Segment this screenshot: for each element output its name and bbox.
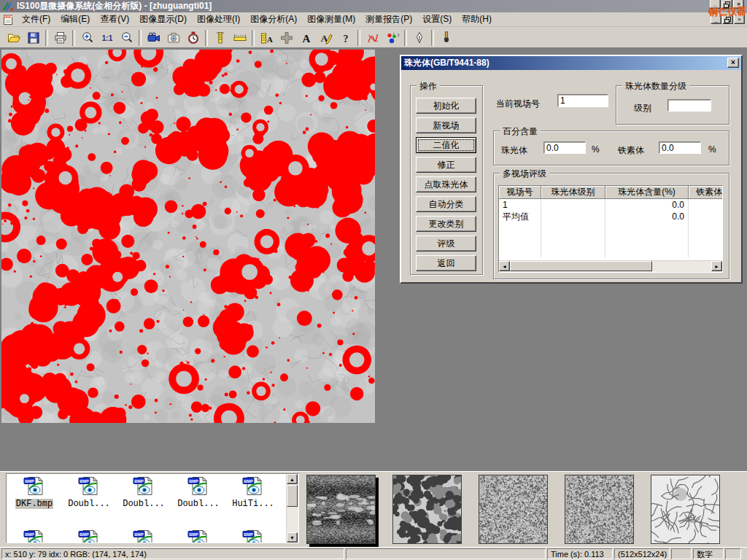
table-row[interactable]: [499, 234, 722, 246]
ferrite-percent-sign: %: [708, 144, 716, 155]
file-item-row2-2[interactable]: BMP: [120, 529, 168, 543]
table-row[interactable]: 平均值0.0: [499, 211, 722, 222]
pearlite-percent-sign: %: [592, 144, 600, 155]
op-button-4[interactable]: 点取珠光体: [416, 176, 476, 192]
toolbar-separator: [404, 30, 407, 46]
file-item-row2-4[interactable]: BMP: [229, 529, 277, 543]
file-item-HuiTi...[interactable]: BMPHuiTi...: [229, 476, 277, 509]
micrograph-image[interactable]: [1, 50, 375, 423]
move-icon: [279, 31, 294, 45]
op-button-3[interactable]: 修正: [416, 157, 476, 173]
close-button[interactable]: ×: [733, 0, 744, 9]
table-cell: [499, 222, 541, 234]
menu-item-0[interactable]: 文件(F): [17, 12, 55, 27]
thumbnail-3[interactable]: [565, 475, 634, 544]
file-label[interactable]: Doubl...: [67, 499, 111, 509]
status-mode: 数字: [693, 548, 724, 559]
op-button-0[interactable]: 初始化: [416, 98, 476, 114]
toolbar: 1:1AAA?13: [0, 28, 747, 48]
current-field-input[interactable]: [557, 94, 608, 107]
scroll-up-button[interactable]: ▲: [287, 474, 298, 484]
mdi-minimize-button[interactable]: _: [711, 15, 721, 24]
menu-item-6[interactable]: 图像测量(M): [302, 12, 360, 27]
file-item-Doubl...[interactable]: BMPDoubl...: [65, 476, 113, 509]
camera-capture-button[interactable]: [163, 28, 183, 47]
thumbnail-4[interactable]: [651, 475, 720, 544]
op-button-8[interactable]: 返回: [416, 255, 476, 271]
print-button[interactable]: [50, 28, 70, 47]
help-button[interactable]: ?: [336, 28, 355, 47]
scroll-thumb[interactable]: [510, 261, 652, 271]
dialog-title-bar[interactable]: 珠光体(GB/T9441-88) ×: [401, 56, 741, 70]
menu-item-4[interactable]: 图像处理(I): [192, 12, 245, 27]
op-button-7[interactable]: 评级: [416, 236, 476, 252]
zoom-in-button[interactable]: [77, 28, 97, 47]
op-button-5[interactable]: 自动分类: [416, 196, 476, 212]
file-label[interactable]: Doubl...: [122, 499, 166, 509]
table-row[interactable]: 10.0: [499, 199, 722, 211]
table-row[interactable]: [499, 246, 722, 257]
thumbnail-1[interactable]: [392, 475, 462, 544]
file-list-scrollbar[interactable]: ▲ ▼: [286, 474, 298, 542]
dialog-close-button[interactable]: ×: [727, 58, 739, 68]
move-button[interactable]: [276, 28, 296, 47]
scroll-right-button[interactable]: ►: [711, 261, 722, 271]
horizontal-ruler-button[interactable]: [230, 28, 249, 47]
vertical-caliper-button[interactable]: [210, 28, 230, 47]
brush-tool-button[interactable]: [436, 28, 456, 47]
op-button-1[interactable]: 新视场: [416, 117, 476, 133]
ferrite-percent-input[interactable]: [659, 141, 701, 154]
open-file-button[interactable]: [4, 28, 23, 47]
actual-size-button[interactable]: 1:1: [97, 28, 117, 47]
status-spacer-3: [725, 548, 741, 559]
mdi-restore-button[interactable]: [722, 15, 733, 24]
menu-item-9[interactable]: 帮助(H): [457, 12, 497, 27]
table-h-scrollbar[interactable]: ◄ ►: [499, 260, 722, 272]
scroll-down-button[interactable]: ▼: [287, 532, 298, 542]
menu-item-7[interactable]: 测量报告(P): [360, 12, 417, 27]
mdi-close-button[interactable]: ×: [734, 15, 745, 24]
file-browser-strip: BMPDKF.bmpBMPDoubl...BMPDoubl...BMPDoubl…: [0, 471, 747, 547]
op-button-6[interactable]: 更改类别: [416, 216, 476, 232]
file-item-row2-3[interactable]: BMP: [174, 529, 222, 543]
save-button[interactable]: [23, 28, 43, 47]
restore-button[interactable]: [721, 0, 732, 9]
status-cursor-info: x: 510 y: 79 idx: 0 RGB: (174, 174, 174): [1, 548, 344, 559]
menu-item-5[interactable]: 图像分析(A): [245, 12, 302, 27]
file-item-row2-0[interactable]: BMP: [10, 529, 58, 543]
video-capture-button[interactable]: [144, 28, 163, 47]
text-label-button[interactable]: A: [296, 28, 316, 47]
op-button-2[interactable]: 二值化: [416, 137, 476, 153]
file-item-Doubl...[interactable]: BMPDoubl...: [174, 476, 222, 509]
table-row[interactable]: [499, 222, 722, 234]
zoom-out-button[interactable]: [117, 28, 136, 47]
menu-item-3[interactable]: 图像显示(D): [134, 12, 192, 27]
menu-item-8[interactable]: 设置(S): [417, 12, 457, 27]
file-label[interactable]: DKF.bmp: [15, 499, 53, 509]
table-header-2: 珠光体含量(%): [605, 186, 689, 199]
pen-tool-button[interactable]: [409, 28, 429, 47]
level-input[interactable]: [667, 99, 711, 112]
table-cell: [541, 211, 605, 222]
minimize-button[interactable]: _: [710, 0, 721, 9]
curve-tool-button[interactable]: [363, 28, 382, 47]
file-item-DKF.bmp[interactable]: BMPDKF.bmp: [10, 476, 58, 509]
classify-points-button[interactable]: 13: [382, 28, 402, 47]
toolbar-separator: [357, 30, 360, 46]
thumbnail-2[interactable]: [479, 475, 548, 544]
timer-button[interactable]: [183, 28, 203, 47]
file-label[interactable]: Doubl...: [177, 499, 220, 509]
pearlite-percent-input[interactable]: [543, 141, 586, 154]
file-item-row2-1[interactable]: BMP: [65, 529, 113, 543]
menu-item-1[interactable]: 编辑(E): [55, 12, 95, 27]
status-spacer-2: [671, 548, 692, 559]
file-item-Doubl...[interactable]: BMPDoubl...: [120, 476, 168, 509]
document-system-icon[interactable]: DOC: [2, 14, 15, 26]
calibration-button[interactable]: A: [257, 28, 276, 47]
thumbnail-0[interactable]: [306, 475, 376, 544]
file-label[interactable]: HuiTi...: [231, 499, 275, 509]
scroll-left-button[interactable]: ◄: [499, 261, 510, 271]
menu-item-2[interactable]: 查看(V): [95, 12, 134, 27]
edit-text-button[interactable]: A: [316, 28, 336, 47]
file-scroll-thumb[interactable]: [287, 485, 298, 507]
